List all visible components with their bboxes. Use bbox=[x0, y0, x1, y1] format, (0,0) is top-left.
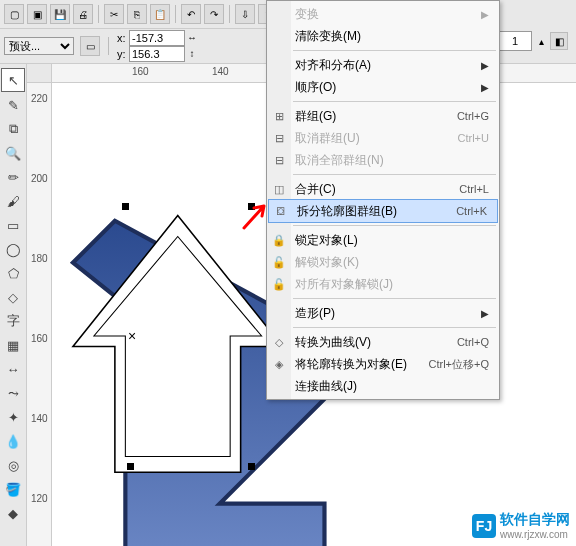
submenu-arrow-icon: ▶ bbox=[481, 308, 489, 319]
smart-fill-tool[interactable]: 🖌 bbox=[2, 190, 24, 212]
tb-open-icon[interactable]: ▣ bbox=[27, 4, 47, 24]
menu-item[interactable]: 清除变换(M) bbox=[267, 25, 499, 47]
tb-copy-icon[interactable]: ⎘ bbox=[127, 4, 147, 24]
sel-handle[interactable] bbox=[127, 463, 134, 470]
ruler-corner bbox=[27, 64, 52, 83]
interactive-fill-tool[interactable]: ◆ bbox=[2, 502, 24, 524]
right-panel: ▴ ◧ bbox=[494, 26, 576, 56]
menu-separator bbox=[293, 298, 496, 299]
menu-item-label: 对齐和分布(A) bbox=[295, 57, 475, 74]
menu-separator bbox=[293, 101, 496, 102]
menu-item-label: 转换为曲线(V) bbox=[295, 334, 457, 351]
freehand-tool[interactable]: ✏ bbox=[2, 166, 24, 188]
crop-tool[interactable]: ⧉ bbox=[2, 118, 24, 140]
tb-cut-icon[interactable]: ✂ bbox=[104, 4, 124, 24]
menu-item-icon: 🔓 bbox=[271, 254, 287, 270]
x-label: x: bbox=[117, 31, 129, 45]
menu-item-label: 顺序(O) bbox=[295, 79, 475, 96]
menu-item-icon: ⛋ bbox=[273, 203, 289, 219]
menu-item-icon: ◈ bbox=[271, 356, 287, 372]
zoom-tool[interactable]: 🔍 bbox=[2, 142, 24, 164]
menu-item-icon: ⊟ bbox=[271, 130, 287, 146]
menu-item-label: 取消群组(U) bbox=[295, 130, 458, 147]
menu-item-shortcut: Ctrl+L bbox=[459, 183, 489, 195]
sel-handle[interactable] bbox=[248, 463, 255, 470]
menu-separator bbox=[293, 50, 496, 51]
effects-tool[interactable]: ✦ bbox=[2, 406, 24, 428]
pick-tool[interactable]: ↖ bbox=[1, 68, 25, 92]
menu-separator bbox=[293, 174, 496, 175]
connector-tool[interactable]: ⤳ bbox=[2, 382, 24, 404]
menu-item-label: 造形(P) bbox=[295, 305, 475, 322]
tb-save-icon[interactable]: 💾 bbox=[50, 4, 70, 24]
shape-tool[interactable]: ✎ bbox=[2, 94, 24, 116]
vertical-ruler[interactable]: 220 200 180 160 140 120 bbox=[27, 83, 52, 546]
y-value[interactable]: 156.3 bbox=[129, 46, 185, 62]
watermark-logo-icon: FJ bbox=[472, 514, 496, 538]
x-value[interactable]: -157.3 bbox=[129, 30, 185, 46]
menu-item-shortcut: Ctrl+位移+Q bbox=[428, 357, 489, 372]
sel-handle[interactable] bbox=[122, 203, 129, 210]
menu-item-icon: 🔒 bbox=[271, 232, 287, 248]
sel-center[interactable]: × bbox=[128, 328, 136, 344]
menu-item-shortcut: Ctrl+G bbox=[457, 110, 489, 122]
table-tool[interactable]: ▦ bbox=[2, 334, 24, 356]
tb-new-icon[interactable]: ▢ bbox=[4, 4, 24, 24]
menu-item-shortcut: Ctrl+U bbox=[458, 132, 489, 144]
menu-item-label: 合并(C) bbox=[295, 181, 459, 198]
menu-item[interactable]: 对齐和分布(A)▶ bbox=[267, 54, 499, 76]
orientation-icon[interactable]: ▭ bbox=[80, 36, 100, 56]
polygon-tool[interactable]: ⬠ bbox=[2, 262, 24, 284]
menu-item-label: 解锁对象(K) bbox=[295, 254, 489, 271]
ellipse-tool[interactable]: ◯ bbox=[2, 238, 24, 260]
y-label: y: bbox=[117, 47, 129, 61]
submenu-arrow-icon: ▶ bbox=[481, 82, 489, 93]
dimension-tool[interactable]: ↔ bbox=[2, 358, 24, 380]
menu-item[interactable]: 顺序(O)▶ bbox=[267, 76, 499, 98]
eyedropper-tool[interactable]: 💧 bbox=[2, 430, 24, 452]
tb-print-icon[interactable]: 🖨 bbox=[73, 4, 93, 24]
fill-tool[interactable]: 🪣 bbox=[2, 478, 24, 500]
preset-select[interactable]: 预设... bbox=[4, 37, 74, 55]
menu-item[interactable]: 🔒锁定对象(L) bbox=[267, 229, 499, 251]
watermark-url: www.rjzxw.com bbox=[500, 529, 570, 540]
menu-item-shortcut: Ctrl+Q bbox=[457, 336, 489, 348]
tb-import-icon[interactable]: ⇩ bbox=[235, 4, 255, 24]
stepper-icon[interactable]: ▴ bbox=[534, 34, 548, 48]
menu-item[interactable]: ◫合并(C)Ctrl+L bbox=[267, 178, 499, 200]
menu-separator bbox=[293, 225, 496, 226]
menu-item-icon: ⊟ bbox=[271, 152, 287, 168]
sel-handle[interactable] bbox=[248, 203, 255, 210]
height-icon: ↕ bbox=[185, 47, 199, 61]
menu-item-label: 变换 bbox=[295, 6, 475, 23]
menu-item[interactable]: 连接曲线(J) bbox=[267, 375, 499, 397]
menu-item[interactable]: ◇转换为曲线(V)Ctrl+Q bbox=[267, 331, 499, 353]
tb-paste-icon[interactable]: 📋 bbox=[150, 4, 170, 24]
submenu-arrow-icon: ▶ bbox=[481, 9, 489, 20]
context-menu: 变换▶清除变换(M)对齐和分布(A)▶顺序(O)▶⊞群组(G)Ctrl+G⊟取消… bbox=[266, 0, 500, 400]
menu-item[interactable]: ◈将轮廓转换为对象(E)Ctrl+位移+Q bbox=[267, 353, 499, 375]
menu-item: ⊟取消全部群组(N) bbox=[267, 149, 499, 171]
tb-undo-icon[interactable]: ↶ bbox=[181, 4, 201, 24]
menu-item-icon: ⊞ bbox=[271, 108, 287, 124]
watermark-text: 软件自学网 bbox=[500, 511, 570, 529]
menu-item[interactable]: ⛋拆分轮廓图群组(B)Ctrl+K bbox=[268, 199, 498, 223]
right-extra-icon[interactable]: ◧ bbox=[550, 32, 568, 50]
basic-shapes-tool[interactable]: ◇ bbox=[2, 286, 24, 308]
menu-item-icon: 🔓 bbox=[271, 276, 287, 292]
rectangle-tool[interactable]: ▭ bbox=[2, 214, 24, 236]
menu-item[interactable]: 造形(P)▶ bbox=[267, 302, 499, 324]
menu-item-icon: ◇ bbox=[271, 334, 287, 350]
menu-item-label: 锁定对象(L) bbox=[295, 232, 489, 249]
menu-item-label: 将轮廓转换为对象(E) bbox=[295, 356, 428, 373]
menu-separator bbox=[293, 327, 496, 328]
menu-item-label: 群组(G) bbox=[295, 108, 457, 125]
tb-redo-icon[interactable]: ↷ bbox=[204, 4, 224, 24]
submenu-arrow-icon: ▶ bbox=[481, 60, 489, 71]
menu-item-label: 连接曲线(J) bbox=[295, 378, 489, 395]
outline-tool[interactable]: ◎ bbox=[2, 454, 24, 476]
text-tool[interactable]: 字 bbox=[2, 310, 24, 332]
steps-input[interactable] bbox=[498, 31, 532, 51]
menu-item-shortcut: Ctrl+K bbox=[456, 205, 487, 217]
menu-item[interactable]: ⊞群组(G)Ctrl+G bbox=[267, 105, 499, 127]
